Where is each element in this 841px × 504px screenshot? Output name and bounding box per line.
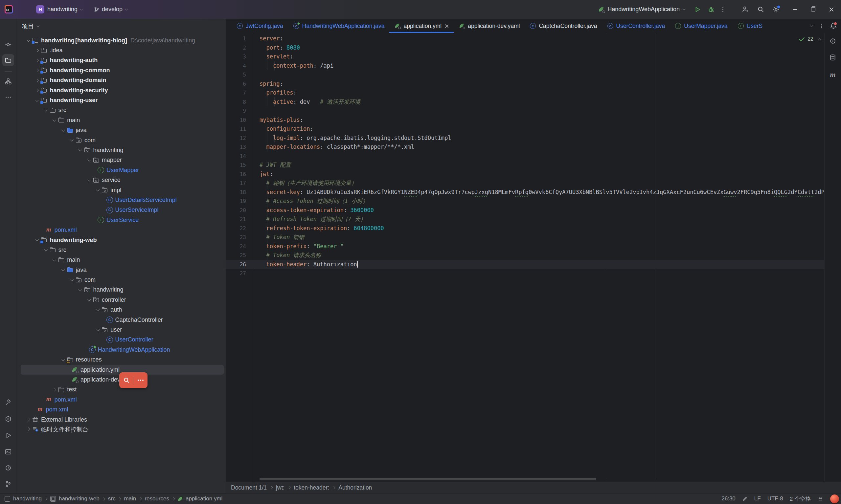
- search-everywhere-icon[interactable]: [757, 6, 764, 13]
- more-actions-icon[interactable]: [722, 7, 723, 12]
- tree-row[interactable]: src: [21, 245, 224, 255]
- code-line[interactable]: 13 mapper-locations: classpath*:mapper/*…: [226, 143, 841, 152]
- code-line[interactable]: 15# JWT 配置: [226, 161, 841, 170]
- editor-tab[interactable]: IUserSe: [733, 19, 763, 33]
- window-minimize-button[interactable]: [793, 9, 797, 10]
- database-tool-icon[interactable]: [827, 52, 838, 63]
- hidden-tabs-chevron-icon[interactable]: [810, 24, 813, 27]
- code-line[interactable]: 25 # Token 请求头名称: [226, 251, 841, 260]
- maven-tool-icon[interactable]: m: [827, 69, 838, 80]
- status-breadcrumb-item[interactable]: resources: [144, 496, 169, 502]
- services-tool-icon[interactable]: [2, 413, 14, 425]
- tree-row[interactable]: controller: [21, 295, 224, 305]
- chevron-expanded-icon[interactable]: [60, 127, 67, 134]
- chevron-expanded-icon[interactable]: [86, 296, 93, 303]
- tree-row[interactable]: handwriting-user: [21, 95, 224, 105]
- project-panel-header[interactable]: 项目: [17, 19, 226, 34]
- tree-row[interactable]: handwriting [handwriting-blog]D:\code\ja…: [21, 35, 224, 45]
- code-line[interactable]: 1server:: [226, 34, 841, 43]
- build-tool-icon[interactable]: [2, 397, 14, 409]
- commit-tool-icon[interactable]: [2, 39, 14, 51]
- breadcrumb-item[interactable]: Authorization: [338, 484, 372, 491]
- tree-row[interactable]: java: [21, 125, 224, 135]
- chevron-collapsed-icon[interactable]: [34, 77, 41, 84]
- notifications-bell-icon[interactable]: [830, 22, 837, 30]
- chevron-collapsed-icon[interactable]: [25, 426, 32, 433]
- tree-row[interactable]: com: [21, 275, 224, 285]
- inspections-widget[interactable]: 22: [799, 36, 827, 42]
- prev-problem-icon[interactable]: [818, 38, 821, 41]
- chevron-expanded-icon[interactable]: [42, 107, 50, 114]
- editor-area[interactable]: 1server:2 port: 80803 servlet:4 context-…: [226, 33, 841, 482]
- project-selector[interactable]: handwriting: [47, 6, 77, 13]
- horizontal-scrollbar[interactable]: [260, 478, 596, 480]
- code-line[interactable]: 16jwt:: [226, 170, 841, 179]
- tree-row[interactable]: pom.xml: [21, 395, 224, 404]
- status-breadcrumb-item[interactable]: main: [124, 496, 136, 502]
- editor-tab[interactable]: CJwtConfig.java: [232, 19, 288, 33]
- chevron-expanded-icon[interactable]: [42, 246, 50, 253]
- tree-row[interactable]: IUserService: [21, 215, 224, 225]
- close-tab-icon[interactable]: [445, 24, 449, 28]
- chevron-expanded-icon[interactable]: [51, 116, 58, 124]
- tree-row[interactable]: handwriting-domain: [21, 75, 224, 85]
- chevron-collapsed-icon[interactable]: [51, 386, 58, 393]
- caret-position[interactable]: 26:30: [721, 496, 736, 502]
- main-menu-icon[interactable]: [21, 7, 27, 12]
- editor-tab[interactable]: CUserController.java: [602, 19, 670, 33]
- chevron-expanded-icon[interactable]: [34, 97, 41, 104]
- tree-row[interactable]: CCaptchaController: [21, 315, 224, 325]
- tab-options-icon[interactable]: [821, 24, 822, 28]
- code-line[interactable]: 4 context-path: /api: [226, 61, 841, 71]
- code-line[interactable]: 8 active: dev # 激活开发环境: [226, 97, 841, 107]
- chevron-expanded-icon[interactable]: [68, 276, 75, 284]
- chevron-collapsed-icon[interactable]: [34, 67, 41, 74]
- chevron-expanded-icon[interactable]: [86, 157, 93, 164]
- code-line[interactable]: 3 servlet:: [226, 52, 841, 61]
- encoding-widget[interactable]: UTF-8: [767, 496, 783, 502]
- chevron-collapsed-icon[interactable]: [25, 416, 32, 423]
- code-line[interactable]: 23 # Token 前缀: [226, 233, 841, 242]
- line-separator-widget[interactable]: LF: [754, 496, 761, 502]
- code-line[interactable]: 18 secret-key: Uz1ABUDk7uIu3sRKiER6zGfVk…: [226, 188, 841, 197]
- tree-row[interactable]: handwriting-security: [21, 85, 224, 95]
- indent-widget[interactable]: 2 个空格: [790, 495, 811, 503]
- code-line[interactable]: 5: [226, 70, 841, 79]
- more-tools-icon[interactable]: [2, 91, 14, 103]
- tree-row[interactable]: src: [21, 105, 224, 115]
- code-line[interactable]: 21 # Refresh Token 过期时间（7 天）: [226, 215, 841, 224]
- screenshot-overlay-toolbar[interactable]: [119, 372, 147, 388]
- status-breadcrumb-item[interactable]: handwriting: [13, 496, 42, 502]
- tree-row[interactable]: .idea: [21, 45, 224, 55]
- breadcrumb-item[interactable]: token-header:: [294, 484, 329, 491]
- chevron-collapsed-icon[interactable]: [34, 57, 41, 64]
- chevron-expanded-icon[interactable]: [94, 326, 102, 334]
- tree-row[interactable]: handwriting-common: [21, 65, 224, 75]
- tree-row[interactable]: handwriting-auth: [21, 55, 224, 65]
- tree-row[interactable]: External Libraries: [21, 415, 224, 425]
- chevron-expanded-icon[interactable]: [77, 146, 84, 154]
- tree-row[interactable]: handwriting: [21, 285, 224, 295]
- tree-row[interactable]: user: [21, 325, 224, 335]
- chevron-collapsed-icon[interactable]: [34, 87, 41, 94]
- code-line[interactable]: 10mybatis-plus:: [226, 115, 841, 125]
- project-tool-icon[interactable]: [2, 54, 14, 66]
- overlay-more-icon[interactable]: [138, 380, 143, 381]
- magnifier-icon[interactable]: [123, 377, 130, 383]
- terminal-tool-icon[interactable]: [2, 446, 14, 458]
- chevron-collapsed-icon[interactable]: [34, 47, 41, 54]
- code-line[interactable]: 6spring:: [226, 79, 841, 89]
- code-content[interactable]: 1server:2 port: 80803 servlet:4 context-…: [226, 34, 841, 278]
- status-breadcrumb-item[interactable]: handwriting-web: [59, 496, 100, 502]
- tree-row[interactable]: pom.xml: [21, 225, 224, 235]
- code-line[interactable]: 17 # 秘钥（生产环境请使用环境变量）: [226, 179, 841, 188]
- ai-assistant-icon[interactable]: [827, 35, 838, 47]
- chevron-expanded-icon[interactable]: [51, 256, 58, 264]
- problems-clock-icon[interactable]: [2, 462, 14, 474]
- code-line[interactable]: 2 port: 8080: [226, 43, 841, 53]
- tree-row[interactable]: 临时文件和控制台: [21, 425, 224, 434]
- chevron-expanded-icon[interactable]: [86, 177, 93, 184]
- window-close-button[interactable]: [829, 7, 834, 12]
- tree-row[interactable]: IUserMapper: [21, 165, 224, 175]
- tree-row[interactable]: com: [21, 135, 224, 145]
